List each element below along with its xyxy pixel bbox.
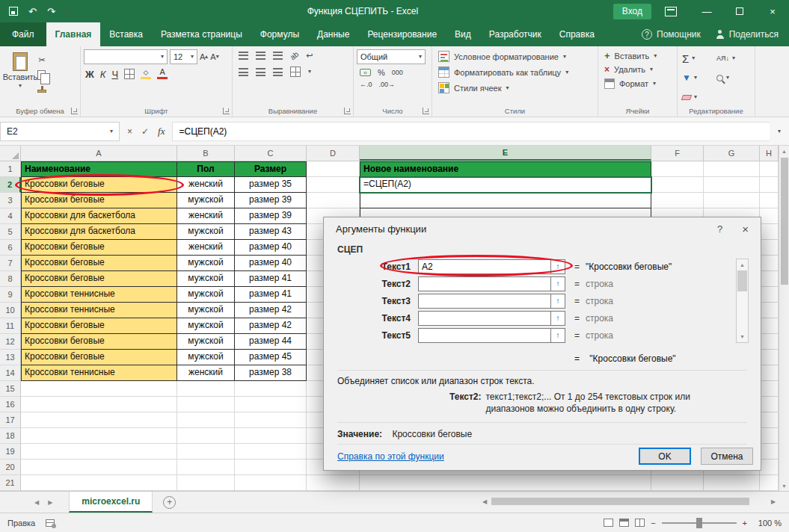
cell-H2[interactable] [760,177,779,193]
insert-function-icon[interactable]: fx [158,126,165,137]
font-dialog-launcher-icon[interactable] [223,108,230,114]
redo-icon[interactable]: ↷ [47,7,55,16]
cell-B19[interactable] [177,444,235,460]
cell-B2[interactable]: женский [177,177,235,193]
argument-input-Текст3[interactable] [418,294,551,309]
cell-H6[interactable] [760,240,779,256]
cell-B5[interactable]: мужской [177,224,235,240]
hscroll-left-icon[interactable]: ◀ [479,498,490,505]
cell-B10[interactable]: мужской [177,303,235,318]
sheet-nav-left-icon[interactable]: ◀ [34,499,39,506]
cell-B14[interactable]: женский [177,365,235,381]
cell-A18[interactable] [21,428,177,444]
grow-font-icon[interactable]: А▾ [200,52,208,61]
cell-A13[interactable]: Кроссовки беговые [21,350,177,365]
cell-C21[interactable] [235,475,307,491]
cell-H9[interactable] [760,287,779,303]
cell-C15[interactable] [235,381,307,397]
cell-B12[interactable]: мужской [177,334,235,350]
cell-F21[interactable] [651,475,704,491]
column-header-E[interactable]: E [360,146,651,161]
row-header-5[interactable]: 5 [0,224,21,240]
cell-B15[interactable] [177,381,235,397]
column-header-C[interactable]: C [235,146,307,161]
page-break-view-icon[interactable] [635,519,645,527]
cell-C1[interactable]: Размер [235,161,307,177]
undo-icon[interactable]: ↶ [28,7,37,16]
cell-F3[interactable] [651,193,704,208]
cut-icon[interactable]: ✂ [37,55,46,65]
horizontal-scrollbar-thumb[interactable] [491,498,749,505]
fill-button[interactable]: ▼ ▾ [682,69,716,87]
dialog-scrollbar[interactable]: ▲ ▼ [736,259,749,343]
save-icon[interactable] [9,7,18,16]
tab-Разработчик[interactable]: Разработчик [480,22,550,46]
row-header-16[interactable]: 16 [0,397,21,412]
cell-H14[interactable] [760,365,779,381]
row-header-8[interactable]: 8 [0,271,21,287]
format-as-table-button[interactable]: Форматировать как таблицу ▾ [438,66,595,78]
scroll-down-icon[interactable]: ▼ [779,480,789,491]
copy-icon[interactable] [37,70,46,80]
argument-input-Текст2[interactable] [418,276,551,291]
cell-H1[interactable] [760,161,779,177]
minimize-button[interactable]: — [690,0,723,22]
shrink-font-icon[interactable]: А▾ [210,52,218,61]
cell-A8[interactable]: Кроссовки беговые [21,271,177,287]
argument-input-Текст1[interactable] [418,259,551,274]
cell-C9[interactable]: размер 41 [235,287,307,303]
tab-Данные[interactable]: Данные [308,22,358,46]
cell-A14[interactable]: Кроссовки теннисные [21,365,177,381]
cell-C18[interactable] [235,428,307,444]
cell-B3[interactable]: мужской [177,193,235,208]
cell-H8[interactable] [760,271,779,287]
orientation-icon[interactable]: ab [289,50,301,62]
sheet-tab-active[interactable]: microexcel.ru [69,492,153,513]
cell-A20[interactable] [21,460,177,475]
cell-E3[interactable] [360,193,651,208]
dialog-title-bar[interactable]: Аргументы функции ? × [324,217,761,240]
cell-B18[interactable] [177,428,235,444]
zoom-level[interactable]: 100 % [753,519,782,528]
column-header-B[interactable]: B [177,146,235,161]
cell-A1[interactable]: Наименование [21,161,177,177]
row-header-13[interactable]: 13 [0,350,21,365]
cell-B6[interactable]: женский [177,240,235,256]
row-header-3[interactable]: 3 [0,193,21,208]
cell-F1[interactable] [651,161,704,177]
cell-B17[interactable] [177,412,235,428]
expand-formula-bar-icon[interactable]: ▾ [778,129,781,134]
cell-H13[interactable] [760,350,779,365]
cell-H12[interactable] [760,334,779,350]
dialog-scroll-down-icon[interactable]: ▼ [737,331,748,342]
find-select-button[interactable]: ▾ [716,69,751,87]
clear-button[interactable]: ▾ [682,88,716,106]
row-header-10[interactable]: 10 [0,303,21,318]
italic-button[interactable]: К [100,69,106,79]
cell-A6[interactable]: Кроссовки беговые [21,240,177,256]
argument-input-Текст5[interactable] [418,328,551,343]
dialog-scroll-up-icon[interactable]: ▲ [737,259,748,270]
cell-A16[interactable] [21,397,177,412]
row-header-6[interactable]: 6 [0,240,21,256]
comma-style-button[interactable]: 000 [392,69,403,76]
cell-H10[interactable] [760,303,779,318]
horizontal-scrollbar-track[interactable] [490,498,768,505]
format-painter-icon[interactable] [37,90,46,93]
assistant-button[interactable]: ? Помощник [642,29,701,40]
enter-entry-icon[interactable]: ✓ [141,126,149,137]
cell-H20[interactable] [760,460,779,475]
decrease-decimal-icon[interactable]: .00→ [379,81,396,88]
align-middle-icon[interactable] [256,52,265,60]
tab-Разметка страницы[interactable]: Разметка страницы [152,22,251,46]
name-box[interactable]: E2 ▾ [0,122,120,141]
tab-Файл[interactable]: Файл [0,22,46,46]
tab-Формулы[interactable]: Формулы [251,22,308,46]
cell-E21[interactable] [360,475,651,491]
cell-A15[interactable] [21,381,177,397]
cell-B1[interactable]: Пол [177,161,235,177]
clipboard-dialog-launcher-icon[interactable] [71,108,78,114]
cancel-entry-icon[interactable]: × [127,126,132,137]
font-size-combo[interactable]: 12▾ [170,49,197,64]
row-header-19[interactable]: 19 [0,444,21,460]
